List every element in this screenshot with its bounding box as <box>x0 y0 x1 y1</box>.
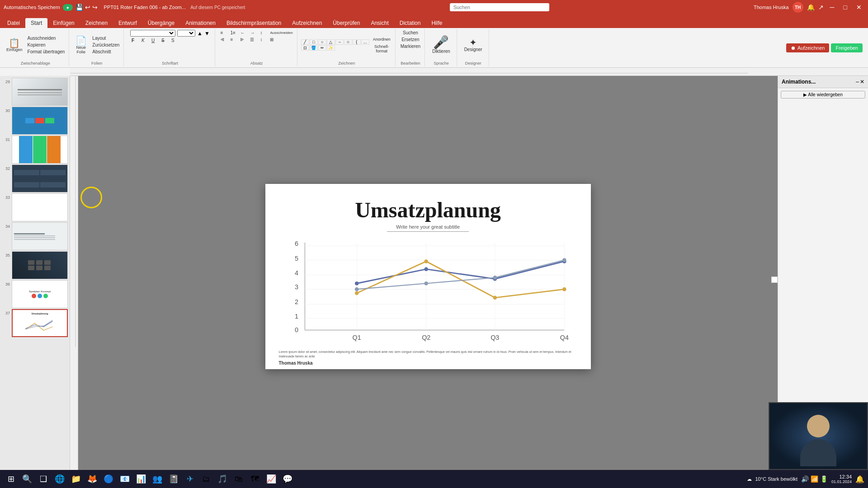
taskbar-powerpoint[interactable]: 📊 <box>134 472 148 486</box>
align-right-button[interactable]: ⫸ <box>239 37 248 42</box>
tab-ansicht[interactable]: Ansicht <box>365 18 394 28</box>
slide-subtitle[interactable]: Write here your great subtitle <box>387 224 469 232</box>
panel-collapse-button[interactable]: – <box>856 79 859 85</box>
align-left-button[interactable]: ⫷ <box>219 37 228 42</box>
tab-start[interactable]: Start <box>25 18 47 28</box>
maximize-button[interactable]: □ <box>841 4 850 11</box>
tab-hilfe[interactable]: Hilfe <box>426 18 448 28</box>
suchen-button[interactable]: Suchen <box>401 30 420 36</box>
shape-fill[interactable]: 🪣 <box>310 45 318 51</box>
tab-ueberpruefen[interactable]: Überprüfen <box>327 18 365 28</box>
list-item[interactable]: 30 <box>2 107 68 135</box>
tab-dictation[interactable]: Dictation <box>394 18 426 28</box>
share-btn[interactable]: ↗ <box>818 4 824 11</box>
taskbar-teams-personal[interactable]: 👥 <box>150 472 165 486</box>
abschnitt-button[interactable]: Abschnitt <box>91 49 121 55</box>
bold-button[interactable]: F <box>130 38 139 43</box>
list-item[interactable]: 32 <box>2 164 68 192</box>
shape-circle[interactable]: ○ <box>318 39 326 45</box>
shadow-button[interactable]: S <box>170 38 179 43</box>
taskbar-onenote[interactable]: 📓 <box>166 472 181 486</box>
einfuegen-button[interactable]: 📋 Einfügen <box>5 38 24 53</box>
diktieren-button[interactable]: 🎤 Diktieren <box>429 34 453 56</box>
align-center-button[interactable]: ≡ <box>229 37 238 42</box>
tab-datei[interactable]: Datei <box>2 18 25 28</box>
font-size-select[interactable] <box>177 30 195 37</box>
notification-center[interactable]: 🔔 <box>855 475 864 483</box>
notification-icon[interactable]: 🔔 <box>807 4 815 11</box>
shape-outline[interactable]: ✏ <box>318 45 326 51</box>
freigeben-button[interactable]: Freigeben <box>831 43 863 52</box>
convert-smartart-button[interactable]: Ausschneiden <box>269 30 294 36</box>
tab-bildschirm[interactable]: Bildschirmpräsentation <box>221 18 287 28</box>
format-button[interactable]: Format übertragen <box>26 49 66 55</box>
minimize-button[interactable]: ─ <box>827 4 837 11</box>
shape-rect[interactable]: □ <box>310 39 318 45</box>
font-size-down[interactable]: ▼ <box>204 30 210 37</box>
neue-folie-button[interactable]: 📄 NeueFolie <box>73 35 89 55</box>
taskbar-edge[interactable]: 🌐 <box>52 472 67 486</box>
layout-button[interactable]: Layout <box>91 35 121 41</box>
tab-zeichnen[interactable]: Zeichnen <box>80 18 113 28</box>
tab-uebergaenge[interactable]: Übergänge <box>142 18 180 28</box>
strikethrough-button[interactable]: S <box>160 38 169 43</box>
font-family-select[interactable] <box>130 30 175 37</box>
slide-canvas[interactable]: Umsatzplanung Write here your great subt… <box>265 184 591 369</box>
start-button[interactable]: ⊞ <box>4 472 18 486</box>
taskbar-firefox[interactable]: 🦊 <box>85 472 99 486</box>
list-item[interactable]: 29 <box>2 78 68 106</box>
list-item[interactable]: 34 <box>2 222 68 250</box>
autosave-toggle[interactable]: ● <box>63 4 73 11</box>
line-spacing-button[interactable]: ↕ <box>259 37 268 42</box>
font-size-up[interactable]: ▲ <box>197 30 203 37</box>
align-justify-button[interactable]: ☰ <box>249 37 258 42</box>
schnellformatvorlagen-button[interactable]: Schnell-format <box>371 43 392 54</box>
shape-star[interactable]: ☆ <box>344 39 352 45</box>
search-input[interactable] <box>450 3 549 11</box>
shape-more[interactable]: … <box>361 39 369 45</box>
markieren-button[interactable]: Markieren <box>399 43 422 49</box>
tab-einfuegen[interactable]: Einfügen <box>47 18 80 28</box>
taskbar-explorer[interactable]: 📁 <box>69 472 83 486</box>
user-avatar[interactable]: TH <box>793 2 803 13</box>
indent-more-button[interactable]: → <box>249 30 258 36</box>
taskbar-spotify[interactable]: 🎵 <box>215 472 230 486</box>
taskbar-search[interactable]: 🔍 <box>20 472 34 486</box>
shape-triangle[interactable]: △ <box>327 39 335 45</box>
shape-arrange[interactable]: ⊡ <box>301 45 309 51</box>
taskbar-windows-store[interactable]: 🛍 <box>231 472 246 486</box>
system-tray[interactable]: 🔊 📶 🔋 <box>801 475 828 483</box>
task-view-button[interactable]: ❑ <box>36 472 51 486</box>
taskbar-teams-work[interactable]: 💬 <box>280 472 295 486</box>
play-all-button[interactable]: ▶ Alle wiedergeben <box>781 91 865 99</box>
ausschneiden-button[interactable]: Ausschneiden <box>26 35 66 41</box>
shape-effects[interactable]: ✨ <box>327 45 335 51</box>
list-bullet-button[interactable]: ≡ <box>219 30 228 36</box>
aufzeichnen-button[interactable]: ⏺ Aufzeichnen <box>786 43 830 52</box>
list-item[interactable]: 31 <box>2 136 68 164</box>
underline-button[interactable]: U <box>150 38 159 43</box>
text-direction-button[interactable]: ↕ <box>259 30 268 36</box>
list-num-button[interactable]: 1≡ <box>229 30 238 36</box>
taskbar-files[interactable]: 🗂 <box>199 472 213 486</box>
list-item[interactable]: 36 Spielplan Konzept <box>2 280 68 308</box>
panel-close-button[interactable]: ✕ <box>860 79 864 85</box>
tab-aufzeichnen[interactable]: Aufzeichnen <box>287 18 327 28</box>
zuruecksetzen-button[interactable]: Zurücksetzen <box>91 42 121 48</box>
taskbar-telegram[interactable]: ✈ <box>183 472 197 486</box>
taskbar-maps[interactable]: 🗺 <box>248 472 262 486</box>
shape-arrow[interactable]: → <box>335 39 344 45</box>
list-item[interactable]: 33 <box>2 193 68 221</box>
close-button[interactable]: ✕ <box>854 4 864 11</box>
italic-button[interactable]: K <box>140 38 149 43</box>
shape-bracket[interactable]: { <box>353 39 361 45</box>
taskbar-excel[interactable]: 📈 <box>264 472 278 486</box>
tab-animationen[interactable]: Animationen <box>180 18 221 28</box>
taskbar-outlook[interactable]: 📧 <box>118 472 132 486</box>
list-item[interactable]: 37 Umsatzplanung <box>2 309 68 337</box>
taskbar-chrome[interactable]: 🔵 <box>101 472 116 486</box>
ersetzen-button[interactable]: Ersetzen <box>400 37 420 42</box>
columns-button[interactable]: ⊞ <box>269 37 278 42</box>
anordnen-button[interactable]: Anordnen <box>371 36 392 42</box>
indent-less-button[interactable]: ← <box>239 30 248 36</box>
